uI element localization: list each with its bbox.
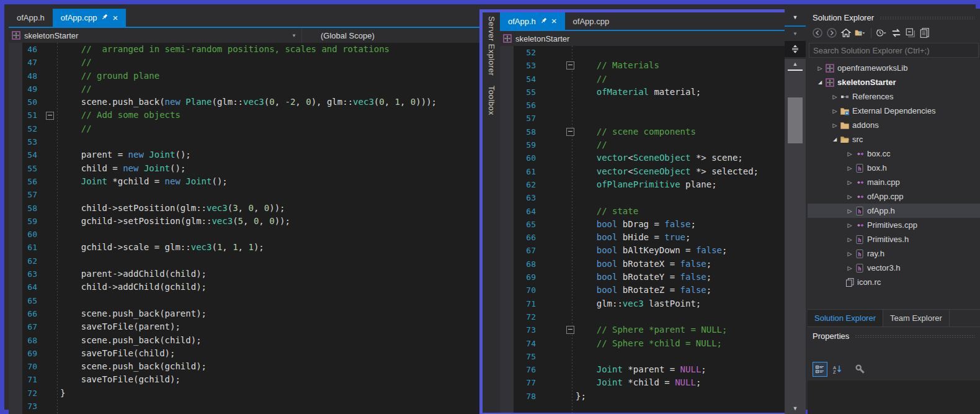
code-line[interactable]: 71 saveToFile(gchild); (9, 373, 479, 386)
code-line[interactable]: 66 bool bHide = true; (500, 231, 788, 244)
code-line[interactable]: 55 ofMaterial material; (500, 86, 788, 99)
left-scope-dropdown[interactable]: (Global Scope) (302, 28, 479, 43)
code-line[interactable]: 47 // (9, 56, 479, 69)
back-button[interactable] (811, 27, 824, 39)
code-line[interactable]: 61 gchild->scale = glm::vec3(1, 1, 1); (9, 241, 479, 254)
collapse-region-icon[interactable] (566, 326, 574, 334)
tab-solution-explorer[interactable]: Solution Explorer (808, 310, 883, 326)
code-line[interactable]: 65 bool bDrag = false; (500, 218, 788, 231)
expand-arrow-icon[interactable]: ▷ (845, 265, 855, 271)
code-line[interactable]: 70 scene.push_back(gchild); (9, 360, 479, 373)
toolbox-tab[interactable]: Toolbox (487, 86, 496, 115)
code-line[interactable]: 60 (9, 228, 479, 241)
tree-item-references[interactable]: ▷References (808, 89, 980, 104)
editor-tab-ofApp-cpp[interactable]: ofApp.cpp× (53, 9, 126, 27)
code-line[interactable]: 61 vector<SceneObject *> selected; (500, 165, 788, 178)
expand-arrow-icon[interactable]: ▷ (845, 194, 855, 200)
left-code-editor[interactable]: 46 // arranged in semi-random positions,… (9, 43, 479, 414)
code-line[interactable]: 57 (9, 188, 479, 201)
expand-arrow-icon[interactable]: ▷ (845, 179, 855, 186)
tree-item-src[interactable]: ◢src (808, 132, 980, 146)
code-line[interactable]: 76 Joint *parent = NULL; (500, 363, 788, 376)
tree-item-ray-h[interactable]: ▷hray.h (808, 246, 980, 261)
forward-button[interactable] (826, 27, 838, 39)
alphabetical-button[interactable]: AZ (831, 362, 844, 376)
code-line[interactable]: 71 glm::vec3 lastPoint; (500, 297, 788, 310)
code-line[interactable]: 54 // (500, 73, 788, 86)
code-line[interactable]: 57 (500, 112, 788, 125)
tree-item-primitives-h[interactable]: ▷hPrimitives.h (808, 232, 980, 246)
server-explorer-tab[interactable]: Server Explorer (487, 16, 496, 76)
sync-with-active-document-button[interactable] (890, 27, 902, 39)
right-code-editor[interactable]: 5253 // Materials54 //55 ofMaterial mate… (500, 46, 788, 413)
code-line[interactable]: 58 // scene components (500, 125, 788, 138)
code-line[interactable]: 75 (500, 350, 788, 363)
vertical-scrollbar[interactable]: ▲ ▼ (785, 59, 806, 414)
code-line[interactable]: 56 (500, 99, 788, 112)
tree-item-box-h[interactable]: ▷hbox.h (808, 161, 980, 175)
right-project-dropdown[interactable]: skeletonStarter (500, 31, 788, 46)
editor-tab-ofApp-cpp[interactable]: ofApp.cpp (565, 12, 618, 30)
code-line[interactable]: 46 // arranged in semi-random positions,… (9, 43, 479, 56)
code-line[interactable]: 72 (500, 310, 788, 323)
code-line[interactable]: 72} (9, 387, 479, 400)
code-line[interactable]: 59 // (500, 138, 788, 151)
code-line[interactable]: 62 ofPlanePrimitive plane; (500, 178, 788, 191)
expand-arrow-icon[interactable]: ▷ (845, 208, 855, 214)
code-line[interactable]: 69 saveToFile(child); (9, 347, 479, 360)
scroll-up-arrow[interactable]: ▲ (785, 59, 806, 68)
expand-arrow-icon[interactable]: ▷ (845, 222, 855, 228)
code-line[interactable]: 63 parent->addChild(child); (9, 268, 479, 281)
code-line[interactable]: 69 bool bRotateY = false; (500, 271, 788, 284)
collapse-arrow-icon[interactable]: ◢ (830, 137, 840, 142)
tree-item-main-cpp[interactable]: ▷main.cpp (808, 175, 980, 189)
tree-item-box-cc[interactable]: ▷box.cc (808, 146, 980, 161)
expand-arrow-icon[interactable]: ▷ (830, 122, 840, 128)
collapse-all-button[interactable] (904, 27, 917, 39)
preview-selected-items-button[interactable] (919, 27, 931, 39)
code-line[interactable]: 78}; (500, 390, 788, 403)
split-editor-handle[interactable] (785, 41, 806, 57)
expand-arrow-icon[interactable]: ▷ (830, 94, 840, 100)
home-button[interactable] (840, 27, 852, 39)
code-line[interactable]: 68 bool bRotateX = false; (500, 258, 788, 271)
code-line[interactable]: 52 // (9, 122, 479, 135)
tree-item-primitives-cpp[interactable]: ▷Primitives.cpp (808, 218, 980, 232)
code-line[interactable]: 64 // state (500, 205, 788, 218)
tab-overflow-button[interactable]: ▼ (785, 9, 806, 25)
code-line[interactable]: 58 child->setPosition(glm::vec3(3, 0, 0)… (9, 202, 479, 215)
code-line[interactable]: 50 scene.push_back(new Plane(glm::vec3(0… (9, 96, 479, 109)
pending-changes-filter-button[interactable] (876, 27, 888, 39)
tree-item-ofapp-cpp[interactable]: ▷ofApp.cpp (808, 189, 980, 204)
code-line[interactable]: 53 (9, 135, 479, 148)
code-line[interactable]: 53 // Materials (500, 59, 788, 72)
code-line[interactable]: 65 (9, 294, 479, 307)
tab-team-explorer[interactable]: Team Explorer (883, 310, 950, 326)
code-line[interactable]: 73 // Sphere *parent = NULL; (500, 323, 788, 336)
switch-views-button[interactable] (854, 27, 866, 39)
code-line[interactable]: 52 (500, 46, 788, 59)
nav-dropdown-button[interactable]: ▼ (785, 27, 806, 41)
editor-tab-ofApp-h[interactable]: ofApp.h (9, 9, 53, 27)
code-line[interactable]: 74 // Sphere *child = NULL; (500, 337, 788, 350)
code-line[interactable]: 49 // (9, 83, 479, 96)
close-icon[interactable]: × (112, 15, 118, 21)
tree-item-addons[interactable]: ▷addons (808, 118, 980, 132)
pin-icon[interactable] (540, 17, 547, 26)
code-line[interactable]: 51 // Add some objects (9, 109, 479, 122)
collapse-region-icon[interactable] (566, 61, 574, 70)
code-line[interactable]: 70 bool bRotateZ = false; (500, 284, 788, 297)
tree-item-ofapp-h[interactable]: ▷hofApp.h (808, 204, 980, 218)
code-line[interactable]: 60 vector<SceneObject *> scene; (500, 151, 788, 164)
expand-arrow-icon[interactable]: ▷ (830, 108, 840, 114)
collapse-arrow-icon[interactable]: ◢ (815, 79, 825, 85)
code-line[interactable]: 62 (9, 254, 479, 268)
collapse-region-icon[interactable] (566, 128, 574, 136)
scroll-down-arrow[interactable]: ▼ (785, 404, 806, 413)
code-line[interactable]: 73 (9, 400, 479, 413)
code-line[interactable]: 67 saveToFile(parent); (9, 320, 479, 333)
code-line[interactable]: 66 scene.push_back(parent); (9, 307, 479, 320)
search-input[interactable]: Search Solution Explorer (Ctrl+;) (809, 43, 979, 58)
code-line[interactable]: 63 (500, 191, 788, 204)
expand-arrow-icon[interactable]: ▷ (845, 151, 855, 157)
